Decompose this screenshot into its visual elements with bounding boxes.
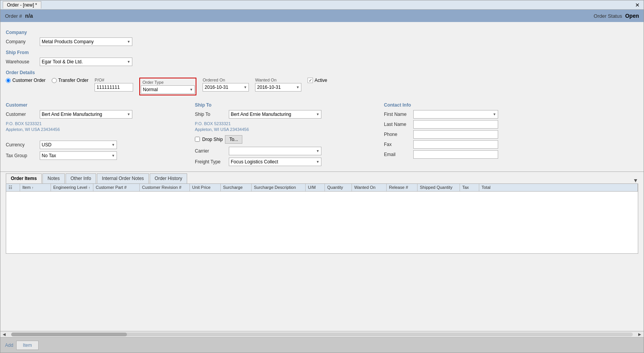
first-name-select[interactable]: ▼: [413, 110, 498, 119]
to-button[interactable]: To...: [225, 135, 242, 144]
tax-group-arrow: ▼: [112, 154, 115, 158]
tax-group-row: Tax Group No Tax ▼: [6, 151, 189, 160]
th-release-num[interactable]: Release #: [387, 184, 418, 191]
horizontal-scrollbar[interactable]: ◀ ▶: [0, 331, 644, 337]
tab-order-history[interactable]: Order History: [150, 173, 187, 183]
ordered-on-label: Ordered On: [203, 78, 249, 82]
wanted-on-select[interactable]: 2016-10-31 ▼: [255, 83, 301, 92]
th-unit-price[interactable]: Unit Price: [190, 184, 221, 191]
email-row: Email: [384, 150, 638, 159]
th-surcharge-description[interactable]: Surcharge Description: [252, 184, 306, 191]
tab-notes[interactable]: Notes: [42, 173, 64, 183]
tab-internal-notes-label: Internal Order Notes: [102, 176, 144, 181]
th-tax[interactable]: Tax: [460, 184, 479, 191]
ordered-on-arrow: ▼: [243, 85, 247, 89]
tab-order-history-label: Order History: [155, 176, 182, 181]
customer-column: Customer Customer Bert And Ernie Manufac…: [6, 98, 195, 168]
th-wanted-on[interactable]: Wanted On: [352, 184, 387, 191]
currency-row: Currency USD ▼: [6, 141, 189, 149]
tab-notes-label: Notes: [47, 176, 59, 181]
title-tab[interactable]: Order - [new] *: [3, 1, 41, 8]
th-engineering-level[interactable]: Engineering Level: [51, 184, 93, 191]
customer-order-radio[interactable]: Customer Order: [6, 78, 46, 83]
scroll-left-arrow[interactable]: ◀: [0, 332, 8, 336]
company-section: Company Company Metal Products Company ▼: [6, 30, 638, 46]
email-input[interactable]: [413, 150, 498, 159]
company-select[interactable]: Metal Products Company ▼: [40, 37, 132, 46]
ship-to-address-line1: P.O. BOX 5233321: [195, 121, 378, 127]
phone-input[interactable]: [413, 130, 498, 139]
th-customer-revision[interactable]: Customer Revision #: [140, 184, 190, 191]
warehouse-label: Warehouse: [6, 59, 37, 64]
last-name-input[interactable]: [413, 120, 498, 129]
th-customer-part[interactable]: Customer Part #: [93, 184, 140, 191]
tab-internal-notes[interactable]: Internal Order Notes: [97, 173, 149, 183]
freight-type-label: Freight Type: [195, 159, 226, 165]
tab-other-info-label: Other Info: [71, 176, 91, 181]
currency-select[interactable]: USD ▼: [40, 141, 117, 149]
ship-to-column: Ship To Ship To Bert And Ernie Manufactu…: [195, 98, 384, 168]
item-button[interactable]: Item: [16, 341, 38, 350]
currency-value: USD: [42, 142, 51, 148]
warehouse-select[interactable]: Egar Tool & Die Ltd. ▼: [40, 58, 132, 66]
phone-label: Phone: [384, 132, 411, 137]
ship-to-value: Bert And Ernie Manufacturing: [231, 112, 291, 117]
th-item[interactable]: Item: [20, 184, 51, 191]
transfer-order-radio[interactable]: Transfer Order: [52, 78, 88, 83]
title-bar: Order - [new] * ✕: [0, 0, 644, 10]
order-type-select[interactable]: Normal ▼: [141, 85, 195, 94]
fax-input[interactable]: [413, 140, 498, 149]
ordered-on-group: Ordered On 2016-10-31 ▼: [203, 78, 249, 92]
tab-expand-icon[interactable]: ▼: [633, 177, 638, 183]
drop-ship-checkbox[interactable]: [195, 137, 200, 142]
order-type-arrow: ▼: [189, 88, 193, 92]
currency-arrow: ▼: [112, 143, 115, 147]
active-checkbox[interactable]: [308, 78, 313, 83]
first-name-arrow: ▼: [493, 112, 496, 116]
wanted-on-value: 2016-10-31: [257, 85, 281, 90]
add-link[interactable]: Add: [5, 343, 13, 348]
ordered-on-select[interactable]: 2016-10-31 ▼: [203, 83, 249, 92]
order-details-row: Customer Order Transfer Order P/O# Order…: [6, 78, 638, 95]
customer-order-label: Customer Order: [12, 78, 46, 83]
table-header: ☷ Item Engineering Level Customer Part #…: [6, 184, 638, 192]
ship-to-label: Ship To: [195, 112, 226, 117]
company-label: Company: [6, 39, 37, 44]
customer-value: Bert And Ernie Manufacturing: [42, 112, 102, 117]
close-icon[interactable]: ✕: [634, 2, 641, 8]
company-section-header: Company: [6, 30, 638, 35]
order-type-label: Order Type: [141, 79, 195, 85]
carrier-select[interactable]: ▼: [229, 147, 321, 155]
three-col-section: Customer Customer Bert And Ernie Manufac…: [6, 98, 638, 168]
scroll-thumb[interactable]: [11, 333, 127, 336]
order-number-label: Order #: [5, 13, 22, 19]
scroll-right-arrow[interactable]: ▶: [636, 332, 644, 336]
customer-select[interactable]: Bert And Ernie Manufacturing ▼: [40, 110, 132, 119]
tax-group-select[interactable]: No Tax ▼: [40, 151, 117, 160]
freight-type-select[interactable]: Focus Logistics Collect ▼: [229, 158, 321, 166]
tax-group-label: Tax Group: [6, 153, 37, 158]
contact-header: Contact Info: [384, 102, 638, 108]
ship-to-address[interactable]: P.O. BOX 5233321 Appleton, WI USA 234344…: [195, 121, 378, 133]
th-quantity[interactable]: Quantity: [325, 184, 352, 191]
tab-other-info[interactable]: Other Info: [66, 173, 96, 183]
scroll-track[interactable]: [11, 333, 633, 336]
freight-type-value: Focus Logistics Collect: [231, 159, 278, 165]
table-body[interactable]: [6, 192, 638, 253]
first-name-label: First Name: [384, 112, 411, 117]
tab-order-items[interactable]: Order Items: [6, 173, 42, 183]
th-total[interactable]: Total: [479, 184, 638, 191]
th-um[interactable]: U/M: [306, 184, 325, 191]
wanted-on-group: Wanted On 2016-10-31 ▼: [255, 78, 301, 92]
ship-to-select[interactable]: Bert And Ernie Manufacturing ▼: [229, 110, 321, 119]
po-input[interactable]: [95, 83, 133, 92]
order-details-section: Order Details Customer Order Transfer Or…: [6, 70, 638, 95]
email-label: Email: [384, 152, 411, 157]
th-shipped-quantity[interactable]: Shipped Quantity: [418, 184, 460, 191]
ship-to-header: Ship To: [195, 102, 378, 108]
th-icon: ☷: [6, 184, 20, 191]
table-icon-btn[interactable]: ☷: [8, 185, 12, 190]
customer-address[interactable]: P.O. BOX 5233321 Appleton, WI USA 234344…: [6, 121, 189, 133]
th-surcharge[interactable]: Surcharge: [221, 184, 252, 191]
company-value: Metal Products Company: [42, 39, 94, 44]
